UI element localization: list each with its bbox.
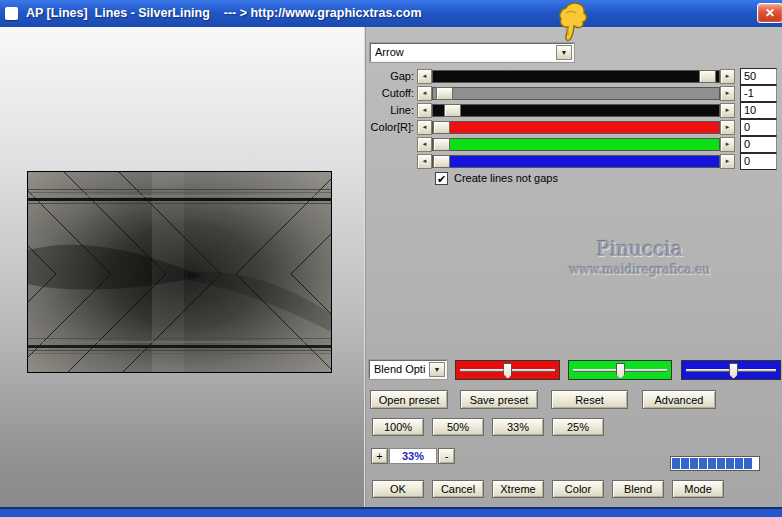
progress-bar [670, 456, 760, 471]
app-icon [5, 7, 18, 20]
slider-left-arrow-icon[interactable]: ◄ [417, 103, 432, 118]
progress-segment [735, 458, 743, 469]
gap-slider[interactable]: ◄ ► [417, 69, 735, 84]
slider-right-arrow-icon[interactable]: ► [720, 120, 735, 135]
zoom-25-button[interactable]: 25% [552, 418, 604, 436]
slider-right-arrow-icon[interactable]: ► [720, 137, 735, 152]
color-green-value-field[interactable]: 0 [740, 136, 777, 153]
gap-value-field[interactable]: 50 [740, 68, 777, 85]
color-green-slider[interactable]: ◄ ► [417, 137, 735, 152]
reset-button[interactable]: Reset [551, 390, 628, 409]
slider-thumb[interactable] [433, 121, 450, 134]
pane-divider [364, 27, 365, 508]
slider-track[interactable] [432, 121, 720, 134]
slider-row-color-green: ◄ ► 0 [366, 137, 778, 153]
progress-segment [672, 458, 680, 469]
slider-thumb[interactable] [444, 104, 461, 117]
line-value-field[interactable]: 10 [740, 102, 777, 119]
cutoff-slider[interactable]: ◄ ► [417, 86, 735, 101]
slider-thumb[interactable] [729, 363, 738, 379]
zoom-in-button[interactable]: + [371, 448, 388, 464]
red-channel-slider[interactable] [455, 360, 560, 380]
window-bottom-border [0, 507, 782, 517]
blend-options-value: Blend Opti [374, 361, 428, 378]
slider-track[interactable] [432, 155, 720, 168]
color-red-value-field[interactable]: 0 [740, 119, 777, 136]
slider-label: Gap: [366, 70, 414, 82]
preset-dropdown[interactable]: Arrow ▼ [370, 43, 574, 62]
color-red-slider[interactable]: ◄ ► [417, 120, 735, 135]
create-lines-checkbox[interactable]: ✔ [435, 172, 448, 185]
watermark-title: Pinuccia [505, 237, 775, 261]
zoom-out-button[interactable]: - [438, 448, 455, 464]
slider-right-arrow-icon[interactable]: ► [720, 154, 735, 169]
progress-segment [708, 458, 716, 469]
zoom-50-button[interactable]: 50% [432, 418, 484, 436]
slider-row-color-blue: ◄ ► 0 [366, 154, 778, 170]
slider-right-arrow-icon[interactable]: ► [720, 103, 735, 118]
zoom-100-button[interactable]: 100% [372, 418, 424, 436]
color-button[interactable]: Color [552, 480, 604, 498]
mode-button[interactable]: Mode [672, 480, 724, 498]
color-blue-slider[interactable]: ◄ ► [417, 154, 735, 169]
progress-segment [717, 458, 725, 469]
slider-thumb[interactable] [503, 363, 512, 379]
progress-segment [690, 458, 698, 469]
slider-right-arrow-icon[interactable]: ► [720, 69, 735, 84]
ok-button[interactable]: OK [372, 480, 424, 498]
slider-left-arrow-icon[interactable]: ◄ [417, 120, 432, 135]
zoom-33-button[interactable]: 33% [492, 418, 544, 436]
plugin-window: AP [Lines] Lines - SilverLining --- > ht… [0, 0, 782, 517]
chevron-down-icon[interactable]: ▼ [556, 45, 572, 60]
preset-dropdown-value: Arrow [375, 44, 555, 61]
save-preset-button[interactable]: Save preset [460, 390, 538, 409]
slider-track[interactable] [432, 87, 720, 100]
close-icon[interactable]: ✕ [757, 3, 782, 23]
slider-label: Line: [366, 104, 414, 116]
create-lines-checkbox-row: ✔Create lines not gaps [435, 171, 558, 185]
slider-row-color-red: Color[R]: ◄ ► 0 [366, 120, 778, 136]
blue-channel-slider[interactable] [681, 360, 781, 380]
slider-row-cutoff: Cutoff: ◄ ► -1 [366, 86, 778, 102]
slider-row-line: Line: ◄ ► 10 [366, 103, 778, 119]
cutoff-value-field[interactable]: -1 [740, 85, 777, 102]
chevron-down-icon[interactable]: ▼ [429, 362, 445, 377]
slider-thumb[interactable] [433, 138, 450, 151]
xtreme-button[interactable]: Xtreme [492, 480, 544, 498]
slider-thumb[interactable] [436, 87, 453, 100]
slider-left-arrow-icon[interactable]: ◄ [417, 154, 432, 169]
slider-left-arrow-icon[interactable]: ◄ [417, 86, 432, 101]
watermark-subtitle: www.maidiregrafica.eu [505, 263, 775, 277]
title-bar[interactable]: AP [Lines] Lines - SilverLining --- > ht… [0, 0, 782, 27]
progress-segment [726, 458, 734, 469]
slider-thumb[interactable] [699, 70, 716, 83]
open-preset-button[interactable]: Open preset [370, 390, 448, 409]
watermark: Pinuccia www.maidiregrafica.eu [505, 237, 775, 277]
slider-thumb[interactable] [433, 155, 450, 168]
window-title: AP [Lines] Lines - SilverLining --- > ht… [26, 0, 422, 27]
advanced-button[interactable]: Advanced [642, 390, 716, 409]
green-channel-slider[interactable] [568, 360, 672, 380]
cancel-button[interactable]: Cancel [432, 480, 484, 498]
progress-segment [699, 458, 707, 469]
color-blue-value-field[interactable]: 0 [740, 153, 777, 170]
line-slider[interactable]: ◄ ► [417, 103, 735, 118]
slider-thumb[interactable] [616, 363, 625, 379]
slider-track[interactable] [432, 70, 720, 83]
progress-segment [681, 458, 689, 469]
zoom-level-display: 33% [389, 448, 437, 464]
pointing-hand-icon [556, 1, 592, 43]
progress-segment [744, 458, 752, 469]
slider-track[interactable] [432, 104, 720, 117]
slider-label: Cutoff: [366, 87, 414, 99]
slider-track[interactable] [432, 138, 720, 151]
slider-row-gap: Gap: ◄ ► 50 [366, 69, 778, 85]
preview-image[interactable] [27, 171, 332, 373]
slider-label: Color[R]: [366, 121, 414, 133]
create-lines-checkbox-label: Create lines not gaps [454, 172, 558, 184]
slider-right-arrow-icon[interactable]: ► [720, 86, 735, 101]
blend-options-dropdown[interactable]: Blend Opti ▼ [369, 360, 447, 379]
slider-left-arrow-icon[interactable]: ◄ [417, 69, 432, 84]
blend-button[interactable]: Blend [612, 480, 664, 498]
slider-left-arrow-icon[interactable]: ◄ [417, 137, 432, 152]
